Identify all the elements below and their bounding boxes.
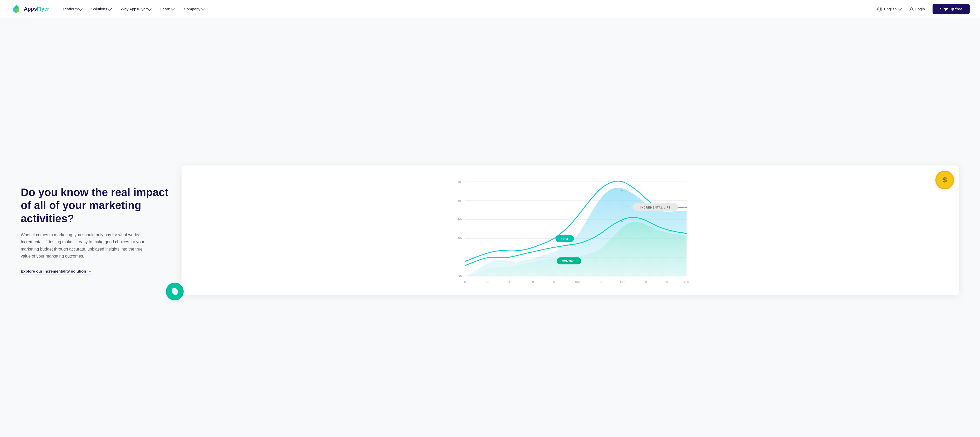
nav-links: Platform Solutions Why AppsFlyer Learn C…	[60, 5, 877, 13]
leaf-svg	[170, 286, 180, 296]
leaf-icon	[166, 283, 184, 300]
svg-text:20: 20	[486, 280, 489, 283]
svg-text:140: 140	[619, 280, 624, 283]
hero-title: Do you know the real impact of all of yo…	[21, 186, 171, 225]
svg-text:40: 40	[508, 280, 512, 283]
svg-text:200: 200	[684, 280, 689, 283]
logo-text: AppsFlyer	[24, 6, 49, 12]
nav-why-appsflyer[interactable]: Why AppsFlyer	[117, 5, 154, 13]
chevron-down-icon	[897, 6, 902, 11]
svg-text:20k: 20k	[457, 218, 462, 221]
svg-text:30k: 30k	[457, 199, 462, 202]
chart-container: $ 40k 30k 20k 10k 0k 0 20 40	[181, 165, 959, 295]
nav-right: English Login Sign up free	[877, 4, 970, 14]
svg-text:0: 0	[464, 280, 466, 283]
svg-text:0k: 0k	[459, 275, 462, 278]
svg-text:INCREMENTAL LIFT: INCREMENTAL LIFT	[640, 206, 670, 209]
svg-text:10k: 10k	[457, 237, 462, 240]
nav-platform[interactable]: Platform	[60, 5, 86, 13]
hero-text-content: Do you know the real impact of all of yo…	[21, 186, 171, 274]
signup-button[interactable]: Sign up free	[932, 4, 970, 14]
nav-company[interactable]: Company	[180, 5, 208, 13]
nav-solutions[interactable]: Solutions	[88, 5, 115, 13]
logo[interactable]: AppsFlyer	[10, 3, 49, 15]
chart-svg: 40k 30k 20k 10k 0k 0 20 40 60 80 100 120…	[181, 165, 959, 295]
nav-learn[interactable]: Learn	[157, 5, 178, 13]
dollar-coin-icon: $	[935, 171, 954, 189]
svg-marker-1	[13, 9, 16, 13]
hero-cta-link[interactable]: Explore our incrementality solution →	[21, 269, 92, 274]
hero-section: Do you know the real impact of all of yo…	[0, 18, 980, 437]
chevron-down-icon	[108, 6, 112, 11]
svg-text:40k: 40k	[457, 180, 462, 183]
svg-text:160: 160	[642, 280, 647, 283]
svg-text:CONTROL: CONTROL	[562, 259, 576, 262]
svg-text:100: 100	[575, 280, 580, 283]
user-icon	[909, 7, 914, 11]
login-button[interactable]: Login	[905, 5, 929, 13]
chevron-down-icon	[147, 6, 152, 11]
chart-area: $ 40k 30k 20k 10k 0k 0 20 40	[181, 165, 959, 295]
svg-text:180: 180	[664, 280, 669, 283]
svg-text:80: 80	[553, 280, 557, 283]
chevron-down-icon	[78, 6, 83, 11]
globe-icon	[877, 6, 882, 12]
svg-text:60: 60	[531, 280, 534, 283]
navbar: AppsFlyer Platform Solutions Why AppsFly…	[0, 0, 980, 18]
language-selector[interactable]: English	[877, 6, 901, 12]
chevron-down-icon	[201, 6, 205, 11]
svg-text:120: 120	[597, 280, 602, 283]
chevron-down-icon	[171, 6, 175, 11]
hero-description: When it comes to marketing, you should o…	[21, 231, 150, 260]
svg-text:TEST: TEST	[561, 237, 568, 240]
